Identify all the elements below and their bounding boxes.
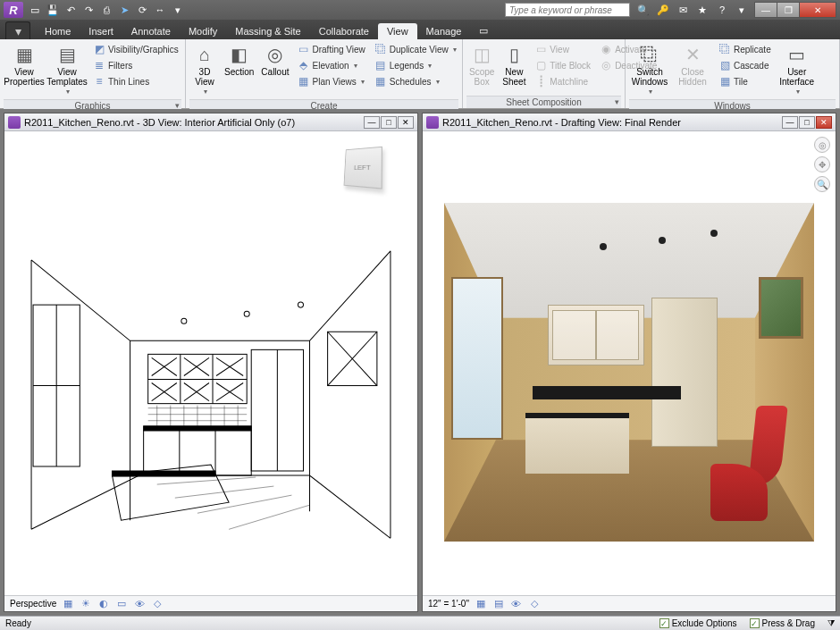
tab-massing-site[interactable]: Massing & Site [226,23,309,39]
cascade-button[interactable]: ▧Cascade [715,57,775,73]
app-menu-button[interactable]: ▾ [5,21,30,39]
zoom-icon[interactable]: 🔍 [814,176,830,192]
schedules-button[interactable]: ▦Schedules [371,73,460,89]
undo-icon[interactable]: ↶ [63,2,79,18]
help-dropdown-icon[interactable]: ▾ [734,2,750,18]
switch-windows-button[interactable]: ⿻ Switch Windows [629,41,670,99]
tab-manage[interactable]: Manage [417,23,471,39]
plan-views-button[interactable]: ▦Plan Views [294,73,369,89]
crop-icon[interactable]: ▭ [115,598,128,610]
hide-icon[interactable]: 👁 [510,598,523,610]
filters-icon: ≣ [93,59,105,71]
tab-addins[interactable]: ▭ [470,22,497,39]
model-graphics-icon[interactable]: ▦ [62,598,74,610]
drafting-view-canvas[interactable]: ◎ ✥ 🔍 [423,131,836,595]
callout-button[interactable]: ◎ Callout [258,41,291,99]
tab-view[interactable]: View [378,23,417,39]
filter-icon[interactable]: ⧩ [827,618,835,629]
drafting-view-button[interactable]: ▭Drafting View [294,41,369,57]
mdi-maximize-button[interactable]: □ [799,116,815,129]
press-drag-toggle[interactable]: ✓Press & Drag [750,618,815,629]
favorite-icon[interactable]: ★ [694,2,710,18]
exclude-label: Exclude Options [672,618,737,628]
search-input[interactable] [505,3,630,17]
steering-wheel-icon[interactable]: ◎ [814,137,830,153]
svg-point-30 [244,311,249,316]
mdi-minimize-button[interactable]: — [782,116,798,129]
section-button[interactable]: ◧ Section [222,41,256,99]
3d-view-button[interactable]: ⌂ 3D View [189,41,220,99]
thin-lines-icon: ≡ [93,75,105,88]
app-logo[interactable]: R [4,2,23,18]
duplicate-view-button[interactable]: ⿻Duplicate View [371,41,460,57]
mdi-close-button[interactable]: ✕ [398,116,414,129]
thin-lines-button[interactable]: ≡Thin Lines [89,73,182,89]
viewcube[interactable]: LEFT [344,147,382,189]
visibility-graphics-button[interactable]: ◩Visibility/Graphics [89,41,182,57]
duplicate-label: Duplicate View [390,45,449,55]
deactivate-icon: ◎ [600,59,612,71]
panel-expand-icon[interactable]: ▾ [615,97,619,106]
pointer-icon[interactable]: ➤ [116,2,132,18]
matchline-label: Matchline [550,77,588,87]
tile-button[interactable]: ▦Tile [715,73,775,89]
user-interface-button[interactable]: ▭ User Interface [777,41,818,99]
pan-icon[interactable]: ✥ [814,156,830,172]
elevation-button[interactable]: ⬘Elevation [294,57,369,73]
navigation-bar: ◎ ✥ 🔍 [812,137,832,192]
sync-icon[interactable]: ⟳ [134,2,150,18]
view-templates-button[interactable]: ▤ View Templates [46,41,88,99]
mdi-titlebar[interactable]: R2011_Kitchen_Reno.rvt - Drafting View: … [423,113,836,131]
3d-view-canvas[interactable]: LEFT [4,131,417,595]
print-icon[interactable]: ⎙ [98,2,114,18]
svg-line-25 [157,477,256,484]
schedules-label: Schedules [390,77,432,87]
hide-icon[interactable]: 👁 [133,598,146,610]
tab-annotate[interactable]: Annotate [122,23,180,39]
minimize-button[interactable]: — [754,2,777,18]
binoculars-icon[interactable]: 🔍 [635,2,651,18]
detail-level-icon[interactable]: ▤ [492,598,505,610]
tab-modify[interactable]: Modify [180,23,226,39]
tab-home[interactable]: Home [36,23,80,39]
view-properties-button[interactable]: ▦ View Properties [4,41,45,99]
switch-label: Switch Windows [632,67,668,87]
mdi-minimize-button[interactable]: — [364,116,380,129]
mdi-maximize-button[interactable]: □ [381,116,397,129]
new-sheet-button[interactable]: ▯ New Sheet [499,41,529,96]
open-icon[interactable]: ▭ [27,2,43,18]
qat-dropdown-icon[interactable]: ▾ [170,2,186,18]
save-icon[interactable]: 💾 [45,2,61,18]
visibility-icon: ◩ [93,43,105,55]
svg-rect-12 [144,426,252,431]
shadows-icon[interactable]: ☀ [80,598,92,610]
reveal-icon[interactable]: ◇ [528,598,541,610]
render-icon[interactable]: ◐ [97,598,110,610]
drafting-label: Drafting View [313,45,365,55]
exclude-options-toggle[interactable]: ✓Exclude Options [659,618,737,629]
tab-collaborate[interactable]: Collaborate [310,23,378,39]
mdi-close-button[interactable]: ✕ [816,116,832,129]
mdi-titlebar[interactable]: R2011_Kitchen_Reno.rvt - 3D View: Interi… [4,113,417,131]
replicate-icon: ⿻ [718,43,731,55]
mdi-title-text: R2011_Kitchen_Reno.rvt - 3D View: Interi… [24,117,295,128]
redo-icon[interactable]: ↷ [80,2,97,18]
key-icon[interactable]: 🔑 [655,2,671,18]
tab-insert[interactable]: Insert [80,23,122,39]
replicate-button[interactable]: ⿻Replicate [715,41,775,57]
help-icon[interactable]: ? [714,2,730,18]
model-graphics-icon[interactable]: ▦ [475,598,487,610]
view-properties-label: View Properties [4,67,45,87]
callout-label: Callout [261,67,289,77]
reveal-icon[interactable]: ◇ [151,598,164,610]
comm-icon[interactable]: ✉ [675,2,691,18]
filters-button[interactable]: ≣Filters [89,57,182,73]
close-button[interactable]: ✕ [799,2,836,18]
measure-icon[interactable]: ↔ [152,2,168,18]
matchline-icon: ┋ [534,75,547,88]
scale-label[interactable]: 12" = 1'-0" [428,599,469,609]
thin-lines-label: Thin Lines [108,77,149,87]
scale-label[interactable]: Perspective [10,599,56,609]
legends-button[interactable]: ▤Legends [371,57,460,73]
maximize-button[interactable]: ❐ [777,2,800,18]
